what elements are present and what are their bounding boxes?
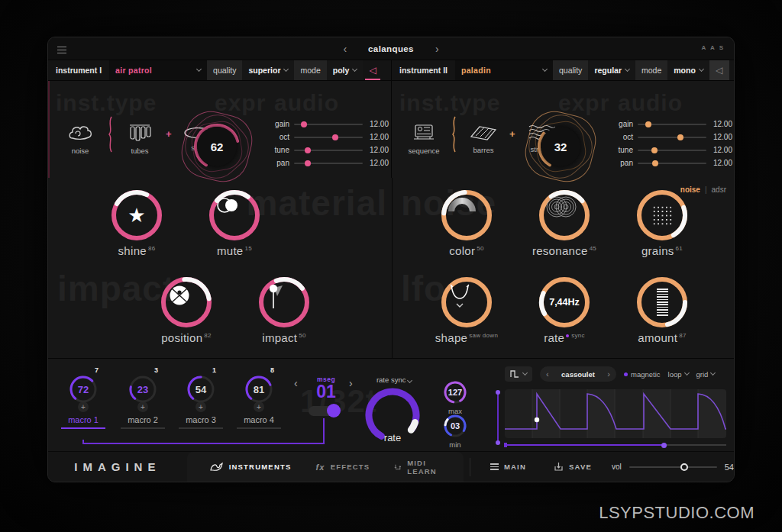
sync-dot-icon — [566, 334, 569, 337]
preset-navigator: ‹ calanques › — [48, 37, 734, 60]
chevron-down-icon — [542, 66, 548, 72]
resonance-knob[interactable]: resonance45 — [522, 189, 606, 257]
tubes-icon — [128, 123, 151, 143]
min-knob[interactable]: 03 min — [440, 412, 470, 449]
instrument2-speaker-toggle[interactable]: ◁ — [709, 60, 729, 80]
color-knob[interactable]: color50 — [425, 189, 509, 257]
mseg-rate-label: rate — [367, 432, 418, 443]
aas-logo: A A S — [702, 44, 725, 51]
oct-slider[interactable] — [294, 137, 363, 138]
wave-preset-select[interactable]: ‹ cassoulet › — [540, 366, 616, 382]
chevron-down-icon — [710, 370, 716, 376]
rate-value: 7,44Hz — [549, 297, 580, 308]
slider-label: oct — [610, 133, 633, 141]
instrument1-mode-select[interactable]: poly — [327, 60, 364, 80]
slider-value: 12.00 — [363, 146, 389, 154]
mute-knob[interactable]: mute15 — [192, 189, 276, 257]
slider-label: gain — [610, 120, 633, 128]
instrument1-speaker-toggle[interactable]: ◁ — [363, 60, 383, 80]
mseg-selector[interactable]: mseg 01 — [305, 376, 347, 401]
save-button[interactable]: SAVE — [540, 452, 606, 482]
mseg-prev-button[interactable]: ‹ — [294, 377, 298, 389]
magnetic-toggle[interactable]: magnetic — [624, 370, 661, 379]
type-barres[interactable]: barres — [464, 124, 503, 154]
macro4-knob[interactable]: 81 8 + macro 4 — [228, 372, 289, 429]
shape-knob[interactable]: shapesaw down — [425, 276, 509, 344]
watermark-inst-type: inst.type — [56, 90, 157, 116]
resonance-rings-icon — [545, 196, 577, 218]
preset-next-button[interactable]: › — [435, 43, 439, 55]
instrument1-quality-label: quality — [207, 60, 242, 80]
volume-slider[interactable] — [629, 466, 717, 468]
mseg-wave-editor[interactable] — [505, 389, 726, 438]
instrument2-quality-select[interactable]: regular — [588, 60, 635, 80]
preset-prev-button[interactable]: ‹ — [343, 43, 347, 55]
color-arch-icon — [448, 196, 477, 213]
pan-slider[interactable] — [638, 163, 706, 164]
gain-slider[interactable] — [294, 124, 363, 125]
chevron-down-icon — [196, 66, 202, 72]
wave-type-select[interactable] — [505, 366, 532, 382]
impact-knob[interactable]: impact50 — [242, 276, 326, 344]
type-sequence[interactable]: sequence — [404, 123, 444, 155]
tab-midi-learn[interactable]: MIDI LEARN — [382, 452, 453, 482]
wave-preset-prev[interactable]: ‹ — [546, 369, 549, 379]
footer-bar: imagine INSTRUMENTS fx EFFECTS MIDI LEAR… — [48, 451, 734, 482]
shine-knob[interactable]: ★ shine86 — [95, 189, 179, 257]
type-tubes[interactable]: tubes — [120, 123, 160, 155]
shape-curve-icon — [448, 283, 472, 309]
instrument2-mode-label: mode — [635, 60, 667, 80]
site-watermark: LSYPSTUDIO.COM — [599, 503, 755, 523]
tab-instruments[interactable]: INSTRUMENTS — [198, 452, 304, 482]
slider-value: 12.00 — [363, 159, 389, 167]
square-wave-icon — [510, 370, 519, 378]
instrument1-quality-select[interactable]: superior — [242, 60, 294, 80]
instrument1-preset-select[interactable]: air patrol — [109, 60, 207, 80]
global-preset-name[interactable]: calanques — [368, 44, 414, 53]
barres-icon — [470, 124, 497, 142]
chevron-down-icon — [683, 370, 689, 376]
tab-effects[interactable]: fx EFFECTS — [303, 452, 382, 482]
max-knob[interactable]: 127 max — [440, 379, 470, 415]
instrument1-expr-knob[interactable]: 62 — [180, 110, 254, 183]
grid-select[interactable]: grid — [696, 370, 716, 379]
instrument1-panel: inst.type expr audio noise — [48, 81, 392, 178]
chevron-down-icon — [625, 66, 630, 72]
volume-handle[interactable] — [680, 463, 688, 471]
footer-divider — [470, 458, 470, 476]
save-icon — [554, 462, 564, 472]
main-button[interactable]: MAIN — [477, 452, 540, 482]
position-knob[interactable]: position82 — [144, 276, 228, 344]
position-icon — [167, 283, 192, 308]
grains-knob[interactable]: grains61 — [620, 189, 704, 257]
wave-scroll-bar[interactable] — [505, 444, 726, 446]
slider-value: 12.00 — [363, 120, 389, 128]
footer-tabstrip: INSTRUMENTS fx EFFECTS MIDI LEARN — [187, 452, 464, 482]
macro2-knob[interactable]: 23 3 + macro 2 — [112, 372, 173, 429]
wave-range-slider[interactable] — [497, 392, 499, 443]
midi-learn-icon — [394, 463, 402, 472]
rate-sync-select[interactable]: rate sync — [367, 376, 421, 384]
lfo-rate-knob[interactable]: 7,44Hz ratesync — [522, 276, 606, 344]
type-noise[interactable]: noise — [60, 123, 100, 155]
title-bar: ‹ calanques › A A S — [48, 37, 734, 60]
wave-preset-next[interactable]: › — [607, 369, 610, 379]
amount-knob[interactable]: amount87 — [620, 276, 704, 344]
tune-slider[interactable] — [294, 150, 363, 151]
sequence-icon — [412, 123, 435, 143]
tune-slider[interactable] — [638, 150, 706, 151]
pan-slider[interactable] — [294, 163, 363, 164]
oct-slider[interactable] — [638, 137, 706, 138]
instrument2-preset-select[interactable]: paladin — [455, 60, 553, 80]
mseg-next-button[interactable]: › — [349, 377, 353, 389]
slider-value: 12.00 — [706, 133, 732, 141]
gain-slider[interactable] — [638, 124, 706, 125]
macro3-knob[interactable]: 54 1 + macro 3 — [170, 372, 231, 429]
loop-select[interactable]: loop — [668, 370, 689, 379]
tab-adsr[interactable]: adsr — [712, 185, 726, 194]
instrument2-expr-knob[interactable]: 32 — [524, 110, 597, 183]
instrument2-mode-select[interactable]: mono — [667, 60, 709, 80]
mseg-enable-toggle[interactable] — [309, 406, 339, 416]
macro1-knob[interactable]: 72 7 + macro 1 — [53, 372, 114, 429]
wave-scroll-handle[interactable] — [661, 443, 667, 448]
